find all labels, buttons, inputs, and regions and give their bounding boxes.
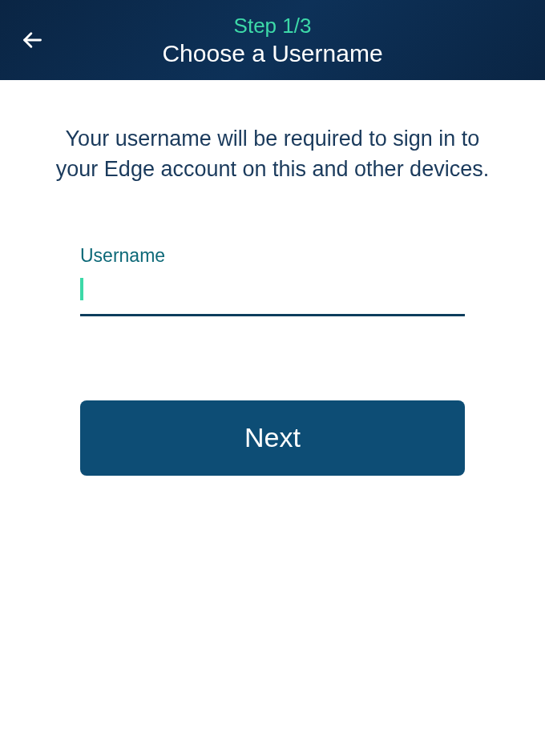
- username-input[interactable]: [80, 273, 465, 311]
- input-section: Username: [40, 245, 505, 316]
- step-indicator: Step 1/3: [234, 14, 312, 38]
- button-section: Next: [40, 400, 505, 476]
- username-label: Username: [80, 245, 465, 267]
- content-area: Your username will be required to sign i…: [0, 80, 545, 476]
- header-text-container: Step 1/3 Choose a Username: [16, 14, 529, 67]
- input-wrapper: [80, 273, 465, 316]
- back-arrow-icon: [21, 29, 43, 51]
- description-text: Your username will be required to sign i…: [40, 124, 505, 185]
- back-button[interactable]: [16, 24, 48, 56]
- text-cursor-icon: [80, 278, 83, 300]
- header: Step 1/3 Choose a Username: [0, 0, 545, 80]
- next-button[interactable]: Next: [80, 400, 465, 476]
- page-title: Choose a Username: [162, 40, 382, 67]
